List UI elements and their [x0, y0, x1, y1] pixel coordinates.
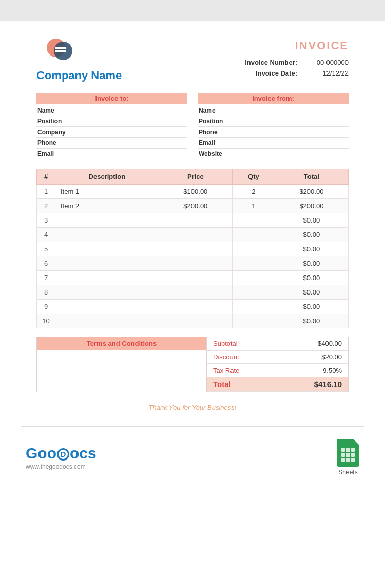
row-num: 3: [37, 213, 55, 228]
row-num: 1: [37, 185, 55, 199]
billing-from-email-row: Email: [198, 138, 349, 149]
goodocs-logo: GooDocs www.thegoodocs.com: [26, 445, 97, 470]
billing-from-phone-row: Phone: [198, 127, 349, 138]
row-price: $100.00: [159, 185, 232, 199]
subtotal-row: Subtotal $400.00: [207, 337, 348, 351]
row-num: 6: [37, 256, 55, 271]
billing-to-email-row: Email: [36, 149, 187, 159]
billing-section: Invoice to: Name Position Company Phone: [36, 93, 349, 159]
row-desc: [55, 271, 159, 285]
billing-to-name-row: Name: [36, 105, 187, 116]
row-qty: 1: [232, 199, 275, 213]
billing-to-company-label: Company: [37, 128, 73, 136]
row-qty: [232, 271, 275, 285]
table-row: 2 Item 2 $200.00 1 $200.00: [37, 199, 349, 213]
billing-from-email-label: Email: [199, 139, 235, 146]
row-qty: [232, 285, 275, 300]
page: Company Name INVOICE Invoice Number: 00-…: [0, 21, 385, 588]
sheets-label: Sheets: [338, 469, 357, 476]
footer-section: Terms and Conditions Subtotal $400.00 Di…: [36, 337, 349, 392]
row-qty: [232, 300, 275, 314]
discount-label: Discount: [213, 353, 239, 361]
row-price: [159, 271, 232, 285]
row-total: $0.00: [275, 228, 348, 242]
svg-rect-2: [55, 47, 66, 49]
sheets-cell-3: [351, 448, 355, 452]
company-name: Company Name: [36, 69, 122, 82]
row-total: $0.00: [275, 314, 348, 328]
row-qty: [232, 242, 275, 256]
row-num: 9: [37, 300, 55, 314]
table-row: 4 $0.00: [37, 228, 349, 242]
row-desc: Item 1: [55, 185, 159, 199]
row-desc: [55, 256, 159, 271]
billing-from-website-row: Website: [198, 149, 349, 159]
billing-from-phone-label: Phone: [199, 128, 235, 136]
table-row: 10 $0.00: [37, 314, 349, 328]
discount-row: Discount $20.00: [207, 351, 348, 364]
row-price: [159, 213, 232, 228]
row-total: $0.00: [275, 256, 348, 271]
invoice-number-label: Invoice Number:: [245, 59, 297, 66]
row-qty: [232, 314, 275, 328]
row-price: $200.00: [159, 199, 232, 213]
header: Company Name INVOICE Invoice Number: 00-…: [36, 36, 349, 82]
sheets-cell-8: [346, 458, 350, 462]
row-price: [159, 242, 232, 256]
invoice-title: INVOICE: [245, 39, 349, 52]
row-qty: [232, 228, 275, 242]
col-header-price: Price: [159, 169, 232, 185]
row-price: [159, 285, 232, 300]
billing-to-position-label: Position: [37, 118, 73, 125]
row-desc: [55, 213, 159, 228]
terms-header: Terms and Conditions: [37, 337, 206, 350]
total-label: Total: [213, 380, 231, 389]
items-table: # Description Price Qty Total 1 Item 1 $…: [36, 169, 349, 328]
col-header-qty: Qty: [232, 169, 275, 185]
invoice-to-block: Invoice to: Name Position Company Phone: [36, 93, 187, 159]
logo-area: Company Name: [36, 36, 122, 82]
row-num: 8: [37, 285, 55, 300]
company-logo-icon: [42, 36, 78, 65]
table-row: 7 $0.00: [37, 271, 349, 285]
row-total: $0.00: [275, 242, 348, 256]
discount-value: $20.00: [321, 353, 342, 361]
table-row: 3 $0.00: [37, 213, 349, 228]
sheets-cell-9: [351, 458, 355, 462]
billing-from-name-row: Name: [198, 105, 349, 116]
sheets-badge: [337, 439, 359, 467]
invoice-date-value: 12/12/22: [307, 69, 349, 77]
col-header-num: #: [37, 169, 55, 185]
billing-from-position-label: Position: [199, 118, 235, 125]
row-price: [159, 256, 232, 271]
invoice-info: INVOICE Invoice Number: 00-000000 Invoic…: [245, 36, 349, 80]
invoice-from-block: Invoice from: Name Position Phone Email: [198, 93, 349, 159]
taxrate-label: Tax Rate: [213, 366, 239, 374]
subtotal-value: $400.00: [318, 340, 342, 347]
row-price: [159, 300, 232, 314]
invoice-to-header: Invoice to:: [36, 93, 187, 104]
sheets-cell-1: [341, 448, 345, 452]
invoice-card: Company Name INVOICE Invoice Number: 00-…: [21, 21, 364, 426]
goodocs-logo-text: GooDocs: [26, 445, 97, 462]
row-total: $200.00: [275, 185, 348, 199]
row-qty: [232, 256, 275, 271]
grand-total-row: Total $416.10: [207, 377, 348, 392]
billing-to-phone-row: Phone: [36, 138, 187, 149]
invoice-from-header: Invoice from:: [198, 93, 349, 104]
taxrate-value: 9.50%: [323, 366, 342, 374]
sheets-cell-4: [341, 453, 345, 457]
svg-rect-3: [55, 50, 66, 52]
row-desc: [55, 228, 159, 242]
billing-from-website-label: Website: [199, 150, 235, 157]
subtotal-label: Subtotal: [213, 340, 238, 347]
row-total: $0.00: [275, 271, 348, 285]
row-desc: Item 2: [55, 199, 159, 213]
row-total: $200.00: [275, 199, 348, 213]
table-row: 6 $0.00: [37, 256, 349, 271]
terms-body: [37, 350, 206, 391]
total-value: $416.10: [314, 380, 342, 389]
table-header-row: # Description Price Qty Total: [37, 169, 349, 185]
taxrate-row: Tax Rate 9.50%: [207, 364, 348, 377]
billing-from-position-row: Position: [198, 116, 349, 127]
